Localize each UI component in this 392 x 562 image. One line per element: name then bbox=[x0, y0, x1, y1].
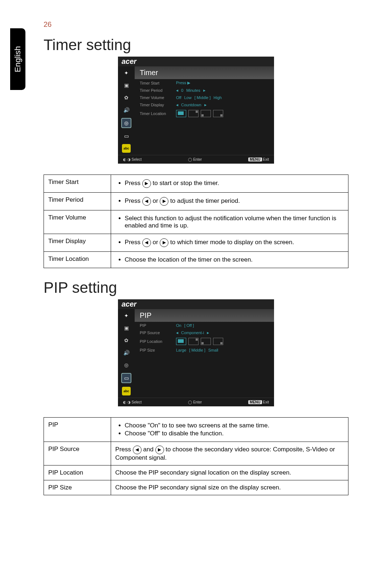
footer-exit: Exit bbox=[263, 157, 269, 161]
cell-label: PIP bbox=[44, 418, 111, 442]
text: Choose "On" to to see two screens at the… bbox=[125, 422, 344, 429]
text: Press bbox=[125, 239, 142, 246]
osd-brand: acer bbox=[118, 299, 274, 309]
text: to start or stop the timer. bbox=[153, 180, 219, 186]
timer-icon: ◎ bbox=[121, 118, 131, 128]
osd-row-label: Timer Volume bbox=[140, 95, 176, 100]
timer-display-val: Countdown bbox=[181, 103, 201, 107]
right-button-icon: ▶ bbox=[142, 179, 151, 188]
cell-desc: Press ◀ and ▶ to choose the secondary vi… bbox=[111, 442, 348, 465]
osd-brand: acer bbox=[118, 57, 274, 66]
cell-desc: Choose the location of the timer on the … bbox=[111, 252, 348, 268]
cell-label: Timer Location bbox=[44, 252, 111, 268]
left-arrow-icon: ◀ bbox=[176, 89, 178, 92]
image-icon: ▣ bbox=[122, 324, 131, 332]
table-row: PIP Location Choose the PIP secondary si… bbox=[44, 465, 348, 480]
cell-label: PIP Source bbox=[44, 442, 111, 465]
pip-icon: ▭ bbox=[122, 132, 131, 140]
right-button-icon: ▶ bbox=[155, 446, 164, 454]
right-arrow-icon: ▶ bbox=[204, 103, 207, 107]
osd-row-label: PIP Location bbox=[140, 339, 176, 344]
text: and bbox=[143, 446, 155, 453]
pip-source-val: Component-i bbox=[181, 331, 204, 335]
text: Choose the location of the timer on the … bbox=[125, 256, 344, 263]
image-icon: ▣ bbox=[122, 81, 131, 90]
language-tab: English bbox=[10, 28, 25, 90]
text: Press bbox=[115, 446, 133, 453]
location-options bbox=[176, 338, 269, 345]
abc-icon: abc bbox=[122, 387, 131, 395]
osd-row-label: Timer Location bbox=[140, 111, 176, 116]
loc-box-tl bbox=[176, 110, 186, 117]
abc-icon: abc bbox=[122, 144, 131, 153]
section-heading-timer: Timer setting bbox=[44, 36, 348, 54]
footer-enter: Enter bbox=[193, 400, 202, 404]
cell-desc: Press ▶ to start or stop the timer. bbox=[111, 175, 348, 193]
gear-icon: ✿ bbox=[122, 93, 131, 102]
table-row: Timer Period Press ◀ or ▶ to adjust the … bbox=[44, 193, 348, 210]
loc-box-tr bbox=[188, 338, 199, 345]
pip-on: On bbox=[176, 323, 181, 328]
page-number: 26 bbox=[44, 20, 52, 29]
pip-size-small: Small bbox=[208, 348, 219, 352]
cell-label: Timer Volume bbox=[44, 210, 111, 234]
left-button-icon: ◀ bbox=[133, 446, 142, 454]
timer-icon: ◎ bbox=[122, 361, 131, 369]
osd-category-icons: ✦ ▣ ✿ 🔊 ◎ ▭ abc bbox=[118, 66, 135, 155]
osd-pip: acer ✦ ▣ ✿ 🔊 ◎ ▭ abc PIP PIP On [ Off ] bbox=[118, 299, 274, 406]
loc-box-tl bbox=[176, 338, 186, 345]
cell-desc: Choose "On" to to see two screens at the… bbox=[111, 418, 348, 442]
right-arrow-icon: ▶ bbox=[207, 331, 209, 335]
osd-title: PIP bbox=[135, 309, 274, 322]
osd-footer: ◐ ◑ Select ◯ Enter MENU Exit bbox=[118, 155, 274, 164]
cell-label: Timer Period bbox=[44, 193, 111, 210]
osd-timer: acer ✦ ▣ ✿ 🔊 ◎ ▭ abc Timer Timer Start P… bbox=[118, 57, 274, 164]
osd-row-value: Press ▶ bbox=[176, 81, 269, 85]
osd-row-label: PIP Size bbox=[140, 348, 176, 352]
footer-exit: Exit bbox=[263, 400, 269, 404]
gear-icon: ✿ bbox=[122, 336, 131, 345]
location-options bbox=[176, 110, 269, 117]
table-row: PIP Choose "On" to to see two screens at… bbox=[44, 418, 348, 442]
pip-icon: ▭ bbox=[121, 373, 131, 383]
text: or bbox=[153, 239, 160, 246]
cell-label: Timer Start bbox=[44, 175, 111, 193]
pip-size-mid: [ Middle ] bbox=[189, 348, 205, 352]
loc-box-br bbox=[213, 110, 223, 117]
language-tab-label: English bbox=[13, 46, 23, 72]
cell-label: PIP Size bbox=[44, 480, 111, 495]
timer-description-table: Timer Start Press ▶ to start or stop the… bbox=[44, 175, 348, 268]
left-button-icon: ◀ bbox=[142, 238, 151, 247]
cell-desc: Select this function to adjust the notif… bbox=[111, 210, 348, 234]
section-heading-pip: PIP setting bbox=[44, 279, 348, 296]
pip-off: [ Off ] bbox=[184, 323, 194, 328]
color-icon: ✦ bbox=[122, 311, 131, 320]
cell-desc: Choose the PIP secondary signal location… bbox=[111, 465, 348, 480]
color-icon: ✦ bbox=[122, 69, 131, 77]
table-row: Timer Display Press ◀ or ▶ to which time… bbox=[44, 234, 348, 252]
left-arrow-icon: ◀ bbox=[176, 331, 178, 335]
footer-select: Select bbox=[132, 400, 142, 404]
pip-description-table: PIP Choose "On" to to see two screens at… bbox=[44, 417, 348, 495]
loc-box-bl bbox=[201, 110, 211, 117]
table-row: PIP Size Choose the PIP secondary signal… bbox=[44, 480, 348, 495]
table-row: Timer Location Choose the location of th… bbox=[44, 252, 348, 268]
loc-box-bl bbox=[201, 338, 211, 345]
table-row: Timer Volume Select this function to adj… bbox=[44, 210, 348, 234]
timer-period-unit: Minutes bbox=[186, 88, 200, 93]
table-row: Timer Start Press ▶ to start or stop the… bbox=[44, 175, 348, 193]
right-button-icon: ▶ bbox=[160, 197, 168, 206]
vol-low: Low bbox=[184, 95, 191, 100]
pip-size-large: Large bbox=[176, 348, 186, 352]
osd-footer: ◐ ◑ Select ◯ Enter MENU Exit bbox=[118, 398, 274, 406]
footer-select: Select bbox=[132, 157, 142, 161]
loc-box-br bbox=[213, 338, 223, 345]
text: or bbox=[153, 197, 160, 204]
right-arrow-icon: ▶ bbox=[203, 89, 205, 92]
text: Select this function to adjust the notif… bbox=[125, 215, 344, 229]
right-button-icon: ▶ bbox=[160, 238, 168, 247]
text: Choose "Off" to disable the function. bbox=[125, 430, 344, 437]
cell-desc: Press ◀ or ▶ to which timer mode to disp… bbox=[111, 234, 348, 252]
text: to adjust the timer period. bbox=[170, 197, 240, 204]
osd-row-label: Timer Start bbox=[140, 81, 176, 85]
